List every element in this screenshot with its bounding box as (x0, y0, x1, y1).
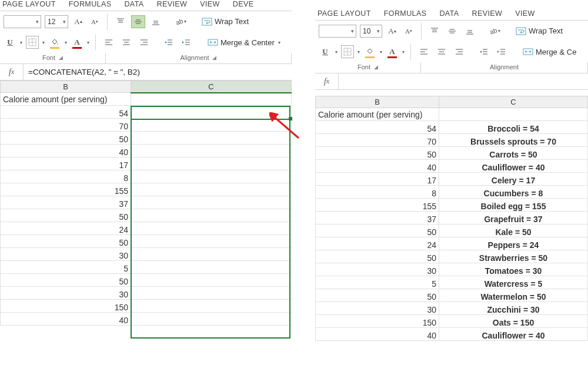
cell-c14[interactable]: Watercress = 5 (439, 276, 588, 289)
cell-c13[interactable]: Tomatoes = 30 (439, 263, 588, 276)
cell-c6[interactable]: Celery = 17 (439, 173, 588, 186)
cell-b14[interactable]: 5 (316, 276, 439, 289)
tab-page-layout[interactable]: PAGE LAYOUT (2, 0, 56, 8)
cell-b5[interactable]: 40 (1, 145, 131, 158)
cell-b6[interactable]: 17 (316, 173, 439, 186)
decrease-indent-icon[interactable] (162, 36, 176, 49)
tab-view[interactable]: VIEW (200, 0, 220, 8)
decrease-font-icon[interactable]: A▾ (88, 15, 101, 28)
cell-b2[interactable]: 54 (1, 106, 131, 119)
merge-center-button[interactable]: Merge & Center▾ (205, 35, 283, 49)
borders-icon[interactable] (26, 36, 39, 49)
worksheet-grid[interactable]: B C Calorie amount (per serving) 54Brocc… (0, 81, 292, 326)
font-launcher-icon[interactable]: ◢ (374, 64, 378, 70)
cell-b4[interactable]: 50 (316, 147, 439, 160)
cell-c9[interactable]: Grapefruit = 37 (439, 212, 588, 225)
cell-c15[interactable]: Watermelon = 50 (439, 289, 588, 302)
align-middle-icon[interactable] (445, 25, 459, 38)
column-header-b[interactable]: B (1, 81, 131, 93)
borders-icon[interactable] (341, 45, 354, 58)
tab-view[interactable]: VIEW (515, 9, 535, 18)
font-size-dropdown[interactable]: 12▾ (45, 15, 68, 28)
tab-review[interactable]: REVIEW (157, 0, 188, 8)
font-launcher-icon[interactable]: ◢ (59, 55, 63, 61)
align-middle-icon[interactable] (131, 15, 145, 28)
cell-c18[interactable]: Cauliflower = 40 (439, 328, 588, 341)
cell-b3[interactable]: 70 (316, 134, 439, 147)
header-cell[interactable]: Calorie amount (per serving) (1, 93, 131, 106)
font-family-dropdown[interactable]: ▾ (4, 15, 41, 28)
fill-color-icon[interactable] (48, 36, 61, 49)
increase-indent-icon[interactable] (179, 36, 193, 49)
cell-b11[interactable]: 24 (1, 222, 131, 235)
cell-c5[interactable]: Cauliflower = 40 (439, 160, 588, 173)
align-top-icon[interactable] (427, 25, 442, 38)
align-right-icon[interactable] (137, 36, 151, 49)
cell-b11[interactable]: 24 (316, 237, 439, 250)
cell-b10[interactable]: 50 (316, 225, 439, 237)
wrap-text-button[interactable]: Wrap Text (513, 24, 565, 38)
cell-b9[interactable]: 37 (1, 196, 131, 209)
cell-c2[interactable]: Broccoli = 54 (131, 106, 292, 119)
fx-icon[interactable]: fx (0, 64, 24, 80)
cell-b15[interactable]: 50 (1, 274, 131, 287)
column-header-c[interactable]: C (131, 81, 292, 93)
formula-input[interactable]: =CONCATENATE(A2, " = ", B2) (24, 68, 292, 76)
cell-b4[interactable]: 50 (1, 132, 131, 145)
align-bottom-icon[interactable] (463, 25, 477, 38)
tab-page-layout[interactable]: PAGE LAYOUT (318, 9, 371, 18)
tab-formulas[interactable]: FORMULAS (69, 0, 112, 8)
cell-b12[interactable]: 50 (316, 250, 439, 263)
tab-developer[interactable]: DEVE (233, 0, 254, 8)
cell-b8[interactable]: 155 (1, 183, 131, 196)
alignment-launcher-icon[interactable]: ◢ (212, 55, 216, 61)
cell-b10[interactable]: 50 (1, 209, 131, 222)
align-left-icon[interactable] (417, 45, 431, 58)
align-top-icon[interactable] (113, 15, 128, 28)
worksheet-grid[interactable]: B C Calorie amount (per serving) 54Brocc… (315, 96, 588, 341)
align-right-icon[interactable] (452, 45, 466, 58)
tab-formulas[interactable]: FORMULAS (384, 9, 427, 18)
cell-c7[interactable]: Cucumbers = 8 (439, 186, 588, 199)
tab-data[interactable]: DATA (439, 9, 459, 18)
fill-color-icon[interactable] (363, 45, 376, 58)
cell-b7[interactable]: 8 (1, 170, 131, 183)
align-center-icon[interactable] (119, 36, 133, 49)
orientation-icon[interactable]: ab▾ (173, 15, 188, 28)
cell-b18[interactable]: 40 (1, 313, 131, 326)
decrease-font-icon[interactable]: A▾ (402, 25, 415, 38)
cell-b18[interactable]: 40 (316, 328, 439, 341)
increase-font-icon[interactable]: A▴ (72, 15, 85, 28)
cell-b14[interactable]: 5 (1, 261, 131, 274)
cell-b8[interactable]: 155 (316, 199, 439, 212)
wrap-text-button[interactable]: Wrap Text (199, 15, 251, 29)
cell-c12[interactable]: Strawberries = 50 (439, 250, 588, 263)
cell-b16[interactable]: 30 (316, 302, 439, 315)
worksheet-area[interactable]: B C Calorie amount (per serving) 54Brocc… (0, 81, 292, 326)
column-header-b[interactable]: B (316, 96, 439, 108)
font-color-icon[interactable]: A (71, 36, 83, 49)
cell-b17[interactable]: 150 (1, 300, 131, 313)
underline-icon[interactable]: U (4, 36, 16, 49)
cell-c11[interactable]: Peppers = 24 (439, 237, 588, 250)
fx-icon[interactable]: fx (315, 73, 339, 89)
orientation-icon[interactable]: ab▾ (487, 25, 502, 38)
decrease-indent-icon[interactable] (477, 45, 491, 58)
cell-c16[interactable]: Zucchini = 30 (439, 302, 588, 315)
cell-b3[interactable]: 70 (1, 119, 131, 132)
cell-c4[interactable]: Carrots = 50 (439, 147, 588, 160)
increase-indent-icon[interactable] (495, 45, 509, 58)
font-family-dropdown[interactable]: ▾ (319, 25, 356, 38)
cell-b6[interactable]: 17 (1, 158, 131, 170)
align-bottom-icon[interactable] (149, 15, 163, 28)
align-left-icon[interactable] (102, 36, 116, 49)
cell-b7[interactable]: 8 (316, 186, 439, 199)
align-center-icon[interactable] (435, 45, 449, 58)
cell-b12[interactable]: 50 (1, 235, 131, 248)
font-size-dropdown[interactable]: 10▾ (360, 25, 382, 38)
merge-center-button[interactable]: Merge & Ce (520, 45, 579, 59)
cell-c3[interactable]: Brussels sprouts = 70 (439, 134, 588, 147)
tab-review[interactable]: REVIEW (472, 9, 503, 18)
font-color-icon[interactable]: A (386, 45, 399, 58)
cell-c17[interactable]: Oats = 150 (439, 315, 588, 328)
